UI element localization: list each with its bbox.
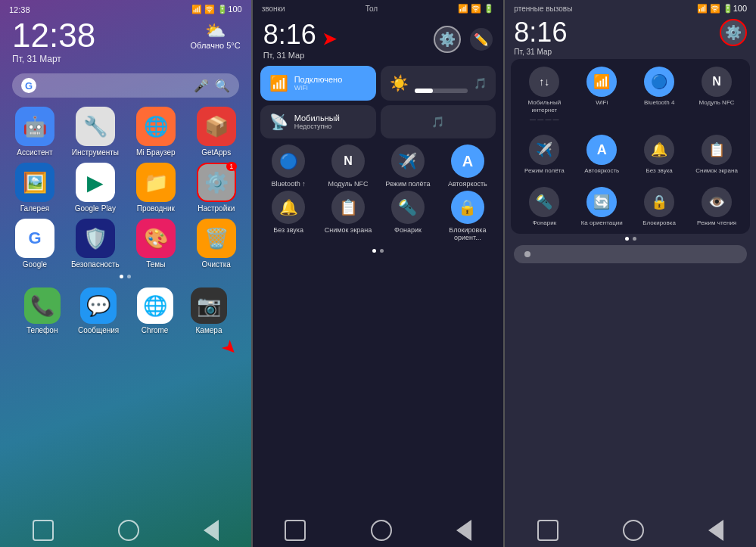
qs-edit-button[interactable]: ✏️: [470, 28, 493, 51]
exp-qs-nfc-label: Модуль NFC: [699, 99, 735, 107]
nav2-home[interactable]: [371, 520, 392, 541]
weather-text: Облачно 5°C: [191, 41, 241, 50]
exp-qs-reading[interactable]: 👁️ Режим чтения: [689, 182, 744, 232]
app-icon-assistant: 🤖: [15, 107, 54, 146]
home-date: Пт, 31 Март: [0, 52, 251, 70]
status-bar-2: звонки Тол 📶 🛜 🔋: [253, 0, 504, 17]
app-google-play[interactable]: ▶ Google Play: [68, 163, 123, 213]
app-browser[interactable]: 🌐 Mi Браузер: [129, 107, 183, 157]
exp-qs-mobile-data-label: Мобильный интернет: [518, 99, 570, 113]
app-label-files: Проводник: [137, 204, 175, 213]
qs-screenshot[interactable]: 📋 Снимок экрана: [320, 191, 377, 241]
panel3-search-bar[interactable]: [514, 245, 747, 263]
qs-settings-button[interactable]: ⚙️: [434, 26, 461, 53]
qs-bluetooth-icon: 🔵: [272, 145, 305, 178]
qs-nfc-label: Модуль NFC: [328, 180, 369, 188]
exp-qs-airplane[interactable]: ✈️ Режим полёта: [517, 130, 571, 179]
nav3-recents[interactable]: [537, 520, 558, 541]
dock-icon-phone: 📞: [24, 287, 61, 324]
tile-wifi[interactable]: 📶 Подключено WiFi: [260, 66, 376, 101]
nav-back[interactable]: [204, 520, 219, 541]
qs-airplane[interactable]: ✈️ Режим полёта: [380, 145, 437, 188]
exp-qs-wifi[interactable]: 📶 WiFi: [574, 62, 629, 127]
wifi-icon-3: 🛜: [710, 4, 720, 14]
exp-qs-silent[interactable]: 🔔 Без звука: [632, 130, 686, 179]
exp-qs-flashlight[interactable]: 🔦 Фонарик: [517, 182, 571, 232]
app-assistant[interactable]: 🤖 Ассистент: [8, 107, 62, 157]
battery-icon-3: 🔋100: [723, 4, 747, 14]
qs-bluetooth[interactable]: 🔵 Bluetooth ↑: [260, 145, 317, 188]
app-files[interactable]: 📁 Проводник: [129, 163, 183, 213]
lens-icon[interactable]: 🔍: [215, 79, 230, 93]
nav2-recents[interactable]: [285, 520, 306, 541]
app-google[interactable]: G Google: [8, 219, 62, 269]
app-label-browser: Mi Браузер: [136, 148, 176, 157]
qs-nfc[interactable]: N Модуль NFC: [320, 145, 377, 188]
nav2-back[interactable]: [456, 520, 471, 541]
nav3-home[interactable]: [623, 520, 644, 541]
page-dots-1: [0, 275, 251, 278]
app-security[interactable]: 🛡️ Безопасность: [68, 219, 123, 269]
nav3-back[interactable]: [708, 520, 723, 541]
exp-qs-screenshot[interactable]: 📋 Снимок экрана: [689, 130, 744, 179]
app-getapps[interactable]: 📦 GetApps: [189, 107, 244, 157]
nav-recents[interactable]: [33, 520, 54, 541]
tile-brightness-icon: ☀️: [390, 74, 409, 92]
qs-rotation[interactable]: 🔒 Блокировка ориент...: [439, 191, 496, 241]
battery-status: 🔋100: [217, 5, 241, 14]
dock-phone[interactable]: 📞 Телефон: [24, 287, 61, 334]
exp-qs-lock[interactable]: 🔒 Блокировка: [632, 182, 686, 232]
app-icon-google-play: ▶: [76, 163, 115, 202]
mic-icon[interactable]: 🎤: [194, 79, 209, 93]
exp-settings-button[interactable]: ⚙️: [720, 19, 747, 46]
dock-messages[interactable]: 💬 Сообщения: [78, 287, 119, 334]
app-gallery[interactable]: 🖼️ Галерея: [8, 163, 62, 213]
qs-screenshot-label: Снимок экрана: [325, 226, 372, 234]
battery-icon-2: 🔋: [484, 4, 494, 14]
qs-time: 8:16: [263, 19, 316, 51]
dock-camera[interactable]: 📷 Камера: [191, 287, 227, 334]
nav-home[interactable]: [118, 520, 139, 541]
dot-2: [127, 275, 131, 278]
exp-qs-lock-icon: 🔒: [644, 187, 674, 217]
app-icon-browser: 🌐: [136, 107, 176, 146]
tile-wifi-sub: WiFi: [294, 84, 343, 92]
status-icons-2: 📶 🛜 🔋: [458, 4, 494, 14]
tile-brightness[interactable]: ☀️ 🎵: [381, 66, 496, 101]
exp-qs-orientation-label: Ка ориентации: [581, 219, 623, 227]
page-dots-2: [253, 249, 504, 253]
app-icon-themes: 🎨: [136, 219, 176, 258]
tile-extra[interactable]: 🎵: [381, 105, 496, 138]
app-icon-settings: ⚙️ 1: [197, 163, 236, 202]
tile-mobile[interactable]: 📡 Мобильный Недоступно: [260, 105, 376, 138]
search-bar[interactable]: G 🎤 🔍: [12, 73, 239, 98]
qs-flashlight-icon: 🔦: [391, 191, 425, 224]
app-label-themes: Темы: [146, 260, 165, 269]
exp-qs-silent-label: Без звука: [646, 167, 672, 175]
app-themes[interactable]: 🎨 Темы: [129, 219, 183, 269]
exp-qs-bluetooth[interactable]: 🔵 Bluetooth 4: [632, 62, 686, 127]
exp-qs-reading-icon: 👁️: [702, 187, 732, 217]
qs-auto-brightness[interactable]: A Автояркость: [439, 145, 496, 188]
exp-qs-orientation[interactable]: 🔄 Ка ориентации: [574, 182, 629, 232]
dot3-active: [625, 237, 629, 241]
app-label-google-play: Google Play: [75, 204, 116, 213]
app-label-getapps: GetApps: [201, 148, 231, 157]
qs-silent[interactable]: 🔔 Без звука: [260, 191, 317, 241]
nav-bar-2: [253, 514, 504, 547]
app-settings[interactable]: ⚙️ 1 Настройки: [189, 163, 244, 213]
exp-qs-reading-label: Режим чтения: [697, 219, 736, 227]
status-notif-3: ртенные вызовы: [514, 5, 572, 13]
qs-flashlight[interactable]: 🔦 Фонарик: [380, 191, 437, 241]
qs-time-row: 8:16 Пт, 31 Мар ➤ ⚙️ ✏️: [253, 17, 504, 63]
app-cleaner[interactable]: 🗑️ Очистка: [189, 219, 244, 269]
exp-qs-auto-bright[interactable]: A Автояркость: [574, 130, 629, 179]
app-tools[interactable]: 🔧 Инструменты: [68, 107, 123, 157]
exp-qs-mobile-data[interactable]: ↑↓ Мобильный интернет — — — —: [517, 62, 571, 127]
exp-qs-auto-bright-label: Автояркость: [584, 167, 619, 175]
app-icon-tools: 🔧: [76, 107, 115, 146]
dock-chrome[interactable]: 🌐 Chrome: [137, 287, 173, 334]
exp-qs-nfc[interactable]: N Модуль NFC: [689, 62, 744, 127]
app-label-google: Google: [23, 260, 47, 269]
app-label-tools: Инструменты: [72, 148, 119, 157]
